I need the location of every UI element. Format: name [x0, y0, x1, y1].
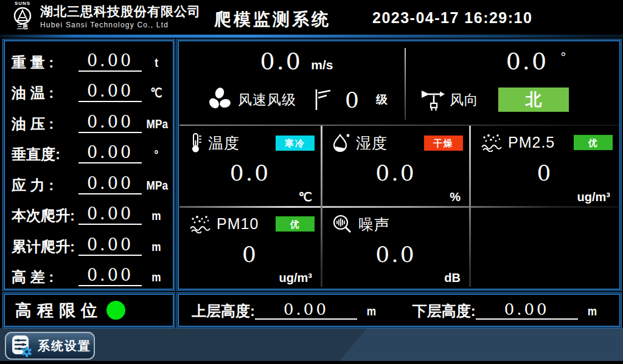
row-unit: ℃: [147, 84, 167, 102]
row-label: 累计爬升:: [12, 238, 76, 256]
wind-speed-value: 0.0: [260, 48, 302, 75]
row-label: 垂直度:: [12, 145, 76, 163]
measurements-panel: 重 量 : 0.00 t 油 温 : 0.00 ℃ 油 压 : 0.00 MPa…: [2, 39, 175, 291]
row-verticality: 垂直度: 0.00 °: [5, 136, 172, 163]
wind-direction-value: 0.0: [506, 48, 548, 75]
row-total-climb: 累计爬升: 0.00 m: [5, 228, 172, 256]
row-unit: m: [147, 238, 167, 256]
row-oil-temp: 油 温 : 0.00 ℃: [5, 74, 172, 102]
company-name-en: Hubei Sansi Technology Co., Ltd: [40, 20, 201, 30]
row-label: 本次爬升:: [12, 207, 76, 225]
row-value: 0.00: [78, 266, 142, 286]
wind-speed-value-line: 0.0 m/s: [192, 48, 402, 75]
wind-direction-badge: 北: [498, 88, 569, 112]
footer-bar: 系统设置: [0, 328, 623, 364]
thermometer-icon: [189, 132, 203, 153]
footer-bottom-strip: [0, 361, 623, 364]
pm10-cell: PM10 优 0 ug/m³: [179, 208, 321, 287]
company-logo: SUNS 三思: [7, 1, 38, 30]
droplet-icon: [332, 132, 350, 153]
footer-highlight: [339, 328, 623, 361]
row-unit: MPa: [147, 176, 167, 194]
row-unit: m: [147, 268, 167, 286]
humidity-value: 0.0: [322, 160, 469, 185]
temperature-unit: ℃: [299, 190, 312, 204]
layer-heights-panel: 上层高度: 0.00 m 下层高度: 0.00 m: [176, 292, 622, 328]
wind-level-flag-icon: [313, 87, 332, 112]
upper-height-unit: m: [367, 303, 376, 320]
pm25-value: 0: [471, 160, 619, 185]
wind-level-value: 0: [345, 88, 360, 112]
elevation-limit-indicator: [106, 301, 125, 320]
company-name: 湖北三思科技股份有限公司 Hubei Sansi Technology Co.,…: [40, 4, 201, 30]
pm10-status-badge: 优: [276, 216, 315, 232]
row-value: 0.00: [78, 174, 142, 194]
temperature-label: 温度: [208, 133, 240, 153]
elevation-limit-panel: 高程限位: [2, 292, 175, 328]
lower-height-label: 下层高度:: [412, 303, 476, 320]
row-unit: m: [147, 207, 167, 225]
logo-sansi-text: 三思: [7, 24, 38, 30]
row-value: 0.00: [78, 143, 142, 163]
temperature-cell: 温度 寒冷 0.0 ℃: [179, 126, 321, 206]
pm25-label: PM2.5: [508, 134, 555, 151]
temperature-status-badge: 寒冷: [276, 136, 315, 151]
fan-icon: [206, 86, 233, 113]
row-unit: °: [147, 145, 167, 163]
row-value: 0.00: [78, 52, 142, 72]
row-label: 重 量 :: [12, 53, 76, 72]
row-label: 高 差 :: [12, 268, 76, 286]
env-grid: 温度 寒冷 0.0 ℃ 湿度 干燥 0.0 %: [179, 125, 619, 288]
row-unit: MPa: [147, 115, 167, 133]
row-label: 应 力 :: [12, 176, 76, 194]
wind-speed-label: 风速风级: [238, 91, 296, 109]
noise-value: 0.0: [322, 242, 469, 267]
humidity-status-badge: 干燥: [424, 136, 463, 151]
row-value: 0.00: [78, 82, 142, 102]
wind-direction-label: 风向: [450, 91, 479, 109]
pm10-value: 0: [179, 242, 321, 267]
dust-icon: [189, 214, 211, 233]
wind-direction-value-line: 0.0 °: [470, 48, 602, 75]
system-settings-button[interactable]: 系统设置: [5, 332, 95, 360]
lower-height-value: 0.00: [476, 301, 578, 320]
page-title: 爬模监测系统: [214, 8, 331, 31]
pm10-label: PM10: [217, 215, 259, 233]
datetime-display: 2023-04-17 16:29:10: [372, 9, 532, 27]
row-height-diff: 高 差 : 0.00 m: [5, 258, 172, 286]
header-accent-bar: [0, 35, 623, 38]
wind-vane-icon: [420, 88, 446, 112]
lower-height-unit: m: [587, 303, 596, 320]
wind-section-divider: [405, 48, 406, 120]
humidity-unit: %: [450, 190, 461, 204]
wind-speed-unit: m/s: [311, 58, 333, 72]
elevation-limit-label: 高程限位: [15, 300, 103, 321]
row-oil-pressure: 油 压 : 0.00 MPa: [5, 105, 172, 133]
row-value: 0.00: [78, 236, 142, 256]
row-stress: 应 力 : 0.00 MPa: [5, 167, 172, 194]
environment-panel: 0.0 m/s 风速风级 0 级 0.0 °: [176, 39, 622, 291]
wind-level-unit: 级: [376, 92, 388, 108]
pm25-cell: PM2.5 优 0 ug/m³: [471, 126, 619, 206]
header: SUNS 三思 湖北三思科技股份有限公司 Hubei Sansi Technol…: [0, 0, 623, 35]
wind-direction-unit: °: [561, 50, 566, 65]
pm25-unit: ug/m³: [577, 190, 610, 204]
humidity-label: 湿度: [356, 133, 388, 153]
noise-cell: 噪声 0.0 dB: [322, 208, 469, 287]
row-value: 0.00: [78, 113, 142, 133]
pm25-status-badge: 优: [574, 135, 613, 150]
sansi-logo-icon: [12, 6, 33, 26]
row-value: 0.00: [78, 205, 142, 225]
row-label: 油 压 :: [12, 115, 76, 133]
row-label: 油 温 :: [12, 84, 76, 102]
dust-icon: [481, 132, 503, 152]
company-name-cn: 湖北三思科技股份有限公司: [40, 4, 201, 19]
upper-height-label: 上层高度:: [192, 303, 255, 320]
settings-sliders-gear-icon: [11, 334, 33, 357]
wind-direction-label-line: 风向 北: [420, 83, 569, 116]
row-current-climb: 本次爬升: 0.00 m: [5, 197, 172, 225]
row-weight: 重 量 : 0.00 t: [5, 44, 172, 72]
system-settings-label: 系统设置: [38, 338, 91, 354]
upper-height-value: 0.00: [255, 301, 357, 320]
row-unit: t: [147, 53, 167, 72]
